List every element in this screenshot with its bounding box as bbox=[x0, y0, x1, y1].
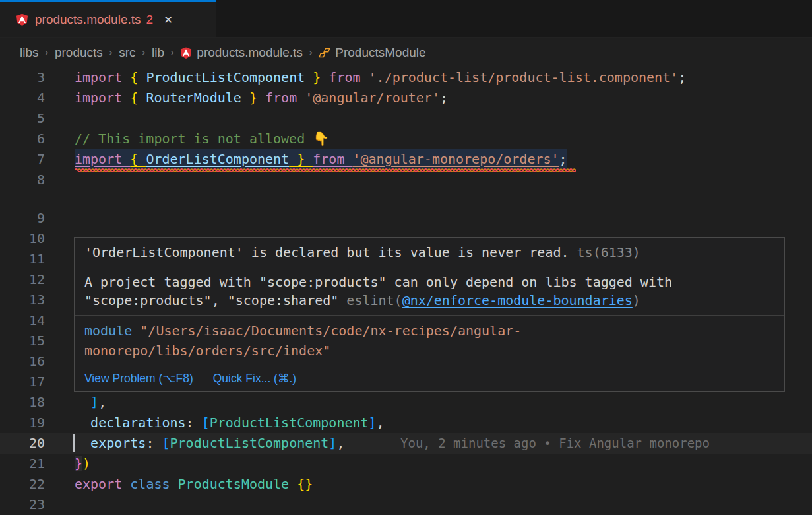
breadcrumb-label: src bbox=[119, 46, 135, 60]
code-line-20[interactable]: 20 exports: [ProductListComponent],You, … bbox=[0, 433, 812, 454]
code-token: [ bbox=[162, 435, 170, 451]
code-token: : bbox=[186, 415, 202, 430]
module-path-line2: monorepo/libs/orders/src/index" bbox=[84, 343, 330, 359]
ts-error-message: 'OrderListComponent' is declared but its… bbox=[84, 244, 569, 260]
eslint-message-line1: A project tagged with "scope:products" c… bbox=[84, 273, 774, 291]
line-number[interactable]: 18 bbox=[0, 392, 45, 413]
code-token: } bbox=[75, 456, 82, 471]
code-token: class bbox=[130, 476, 177, 492]
tab-products-module[interactable]: products.module.ts 2 ✕ bbox=[0, 0, 216, 37]
line-content[interactable]: export class ProductsModule {} bbox=[75, 474, 313, 495]
line-content[interactable]: ], bbox=[75, 392, 106, 413]
line-number[interactable]: 22 bbox=[0, 474, 45, 495]
code-line-3[interactable]: 3import { ProductListComponent } from '.… bbox=[0, 67, 812, 88]
code-line-6[interactable]: 6// This import is not allowed 👇 bbox=[0, 129, 812, 149]
line-content[interactable]: exports: [ProductListComponent],You, 2 m… bbox=[75, 433, 344, 454]
code-token: '@angular/router' bbox=[305, 90, 440, 106]
line-number[interactable]: 11 bbox=[0, 249, 45, 269]
symbol-class-icon bbox=[319, 47, 330, 59]
code-token: OrderListComponent bbox=[146, 151, 289, 167]
code-line-7[interactable]: 7import { OrderListComponent } from '@an… bbox=[0, 149, 812, 170]
git-blame-annotation: You, 2 minutes ago • Fix Angular monorep… bbox=[400, 433, 710, 454]
line-number[interactable]: 12 bbox=[0, 269, 45, 290]
line-content[interactable]: import { OrderListComponent } from '@ang… bbox=[75, 149, 567, 170]
code-token: ) bbox=[82, 456, 90, 471]
line-number[interactable]: 23 bbox=[0, 495, 45, 515]
hover-eslint-section: A project tagged with "scope:products" c… bbox=[75, 267, 784, 316]
breadcrumb-item-products-module-ts[interactable]: products.module.ts bbox=[180, 46, 303, 60]
line-content[interactable]: // This import is not allowed 👇 bbox=[75, 129, 329, 149]
line-number[interactable]: 19 bbox=[0, 413, 45, 433]
code-token bbox=[75, 415, 90, 430]
line-number[interactable]: 16 bbox=[0, 351, 45, 372]
code-token: { bbox=[130, 90, 146, 106]
quick-fix-button[interactable]: Quick Fix... (⌘.) bbox=[213, 372, 296, 386]
eslint-source-open: eslint( bbox=[346, 292, 402, 308]
line-number[interactable]: 13 bbox=[0, 290, 45, 310]
code-line-21[interactable]: 21}) bbox=[0, 454, 812, 474]
breadcrumb-item-libs[interactable]: libs bbox=[20, 46, 39, 60]
code-editor[interactable]: 3import { ProductListComponent } from '.… bbox=[0, 67, 812, 515]
code-token: import bbox=[75, 69, 130, 85]
code-line-23[interactable]: 23 bbox=[0, 495, 812, 515]
chevron-right-icon: › bbox=[142, 46, 146, 59]
code-token: ; bbox=[559, 151, 567, 167]
breadcrumb-label: products.module.ts bbox=[197, 46, 303, 60]
line-number[interactable]: 9 bbox=[0, 208, 45, 228]
hover-ts-section: 'OrderListComponent' is declared but its… bbox=[75, 238, 784, 267]
eslint-message-line2: "scope:products", "scope:shared" bbox=[84, 292, 338, 308]
hover-module-section: module "/Users/isaac/Documents/code/nx-r… bbox=[75, 316, 784, 366]
line-number[interactable]: 20 bbox=[0, 433, 45, 454]
line-number[interactable]: 3 bbox=[0, 67, 45, 88]
code-line-4[interactable]: 4import { RouterModule } from '@angular/… bbox=[0, 88, 812, 108]
breadcrumb-item-products[interactable]: products bbox=[55, 46, 103, 60]
text-cursor bbox=[73, 434, 75, 452]
code-token: ; bbox=[678, 69, 686, 85]
line-number[interactable]: 8 bbox=[0, 170, 45, 190]
code-token: } bbox=[305, 69, 328, 85]
code-token: import bbox=[75, 90, 130, 106]
line-number[interactable]: 21 bbox=[0, 454, 45, 474]
code-token: from bbox=[265, 90, 305, 106]
breadcrumb-item-lib[interactable]: lib bbox=[152, 46, 164, 60]
code-token: } bbox=[289, 151, 313, 167]
line-number[interactable]: 17 bbox=[0, 372, 45, 392]
breadcrumb-label: lib bbox=[152, 46, 164, 60]
tab-problem-count: 2 bbox=[146, 13, 154, 27]
code-line-18[interactable]: 18 ], bbox=[0, 392, 812, 413]
code-token bbox=[75, 435, 90, 451]
code-token: '@angular-monorepo/orders' bbox=[352, 151, 559, 167]
line-content[interactable]: import { ProductListComponent } from './… bbox=[75, 67, 686, 88]
code-token: // This import is not allowed 👇 bbox=[75, 131, 329, 147]
line-number[interactable]: 5 bbox=[0, 108, 45, 129]
code-line-19[interactable]: 19 declarations: [ProductListComponent], bbox=[0, 413, 812, 433]
line-number[interactable]: 6 bbox=[0, 129, 45, 149]
line-number[interactable]: 15 bbox=[0, 331, 45, 351]
code-token: ] bbox=[369, 415, 377, 430]
line-number[interactable]: 4 bbox=[0, 88, 45, 108]
line-content[interactable]: import { RouterModule } from '@angular/r… bbox=[75, 88, 448, 108]
code-line-9[interactable]: 9 bbox=[0, 208, 812, 228]
line-number[interactable]: 7 bbox=[0, 149, 45, 170]
line-content[interactable]: }) bbox=[75, 454, 90, 474]
code-token: ] bbox=[328, 435, 336, 451]
code-token: , bbox=[336, 435, 344, 451]
tab-title: products.module.ts bbox=[35, 13, 141, 27]
line-content[interactable]: declarations: [ProductListComponent], bbox=[75, 413, 385, 433]
code-token: exports bbox=[90, 435, 146, 451]
code-token: [ bbox=[202, 415, 210, 430]
breadcrumb-item-productsmodule[interactable]: ProductsModule bbox=[319, 46, 425, 60]
eslint-source-close: ) bbox=[633, 292, 640, 308]
chevron-right-icon: › bbox=[170, 46, 174, 59]
line-number[interactable]: 10 bbox=[0, 228, 45, 249]
code-line-22[interactable]: 22export class ProductsModule {} bbox=[0, 474, 812, 495]
line-number[interactable]: 14 bbox=[0, 310, 45, 331]
code-line-5[interactable]: 5 bbox=[0, 108, 812, 129]
tab-close-icon[interactable]: ✕ bbox=[164, 13, 173, 26]
view-problem-button[interactable]: View Problem (⌥F8) bbox=[84, 372, 193, 386]
angular-icon bbox=[16, 13, 28, 26]
code-line-8[interactable]: 8 bbox=[0, 170, 812, 190]
breadcrumb-item-src[interactable]: src bbox=[119, 46, 135, 60]
eslint-rule-link[interactable]: @nx/enforce-module-boundaries bbox=[402, 292, 633, 308]
code-token: from bbox=[328, 69, 368, 85]
